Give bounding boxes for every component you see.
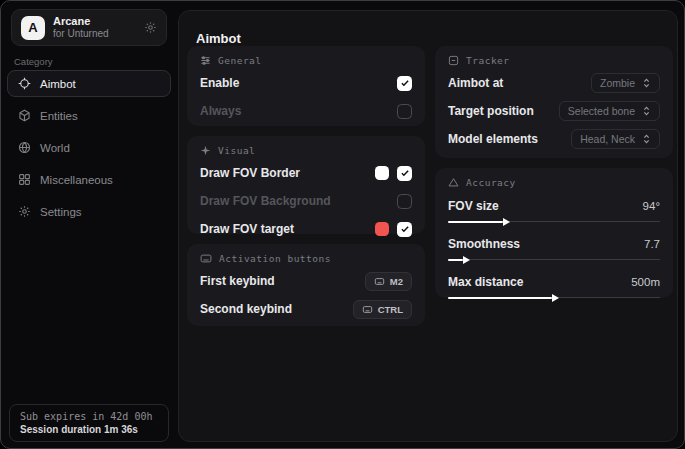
setting-label: Enable (200, 76, 239, 90)
app-name: Arcane (53, 15, 136, 28)
gear-icon (18, 205, 31, 218)
setting-row: Aimbot at Zombie (448, 72, 660, 94)
sidebar-item-settings[interactable]: Settings (7, 198, 171, 225)
keybind-value: CTRL (378, 304, 403, 315)
slider-thumb[interactable] (448, 259, 463, 262)
entities-icon (18, 109, 31, 122)
crosshair-icon (18, 77, 31, 90)
keyboard-icon (362, 305, 373, 314)
fov-size-slider[interactable] (448, 217, 660, 226)
setting-row: Always (200, 100, 412, 122)
setting-row: Enable (200, 72, 412, 94)
app-subtitle: for Unturned (53, 28, 136, 40)
setting-label: Draw FOV target (200, 222, 294, 236)
triangle-icon (448, 177, 459, 188)
max-distance-slider[interactable] (448, 293, 660, 302)
max-distance-value: 500m (631, 276, 660, 288)
model-elements-dropdown[interactable]: Head, Neck (571, 129, 660, 149)
keyboard-icon (374, 277, 385, 286)
sidebar-item-label: Miscellaneous (40, 174, 113, 186)
app-window: A Arcane for Unturned Category A (0, 0, 685, 449)
setting-row: Target position Selected bone (448, 100, 660, 122)
slider-row: Smoothness 7.7 (448, 235, 660, 264)
slider-row: FOV size 94° (448, 197, 660, 226)
setting-row: Second keybind CTRL (200, 298, 412, 320)
setting-label: Smoothness (448, 237, 520, 251)
settings-gear-icon[interactable] (144, 21, 157, 34)
accuracy-card: Accuracy FOV size 94° Smoothness 7.7 (435, 168, 673, 298)
sidebar: A Arcane for Unturned Category A (1, 1, 177, 448)
subscription-info-card: Sub expires in 42d 00h Session duration … (9, 404, 169, 442)
setting-label: FOV size (448, 199, 499, 213)
smoothness-slider[interactable] (448, 255, 660, 264)
session-duration-text: Session duration 1m 36s (20, 424, 158, 435)
fov-border-checkbox[interactable] (397, 166, 412, 181)
keybind-value: M2 (390, 276, 403, 287)
fov-border-color-swatch[interactable] (375, 166, 389, 180)
chevron-up-down-icon (642, 134, 651, 144)
chevron-up-down-icon (642, 78, 651, 88)
app-logo: A (21, 16, 45, 40)
sidebar-nav: Aimbot Entities World (7, 70, 171, 225)
setting-label: Max distance (448, 275, 523, 289)
setting-label: Always (200, 104, 241, 118)
setting-label: Second keybind (200, 302, 292, 316)
fov-target-checkbox[interactable] (397, 222, 412, 237)
fov-background-checkbox[interactable] (397, 194, 412, 209)
page-title: Aimbot (196, 31, 241, 46)
card-title: General (218, 55, 262, 66)
sidebar-item-entities[interactable]: Entities (7, 102, 171, 129)
app-logo-card: A Arcane for Unturned (11, 9, 167, 46)
chevron-up-down-icon (642, 106, 651, 116)
second-keybind-button[interactable]: CTRL (353, 300, 412, 319)
grid-icon (18, 173, 31, 186)
sidebar-item-label: Settings (40, 206, 82, 218)
sidebar-item-miscellaneous[interactable]: Miscellaneous (7, 166, 171, 193)
target-position-dropdown[interactable]: Selected bone (559, 101, 660, 121)
setting-label: Target position (448, 104, 534, 118)
sidebar-item-label: World (40, 142, 70, 154)
setting-label: Draw FOV Border (200, 166, 300, 180)
slider-thumb[interactable] (448, 297, 552, 300)
card-title: Accuracy (466, 177, 516, 188)
card-title: Visual (218, 145, 255, 156)
first-keybind-button[interactable]: M2 (365, 272, 412, 291)
sidebar-item-aimbot[interactable]: Aimbot (7, 70, 171, 97)
sub-expires-text: Sub expires in 42d 00h (20, 411, 158, 422)
always-checkbox[interactable] (397, 104, 412, 119)
app-title-block: Arcane for Unturned (53, 15, 136, 39)
setting-label: First keybind (200, 274, 275, 288)
sidebar-item-label: Entities (40, 110, 78, 122)
category-label: Category (14, 56, 53, 67)
setting-row: First keybind M2 (200, 270, 412, 292)
general-card: General Enable Always (187, 46, 425, 126)
setting-row: Model elements Head, Neck (448, 128, 660, 150)
main-panel: Aimbot General Enable Always (178, 10, 678, 442)
slider-track (448, 259, 660, 260)
setting-label: Draw FOV Background (200, 194, 331, 208)
enable-checkbox[interactable] (397, 76, 412, 91)
tracker-card: Tracker Aimbot at Zombie Target position… (435, 46, 673, 158)
setting-row: Draw FOV target (200, 218, 412, 240)
setting-label: Model elements (448, 132, 538, 146)
fov-size-value: 94° (643, 200, 660, 212)
setting-label: Aimbot at (448, 76, 503, 90)
setting-row: Draw FOV Border (200, 162, 412, 184)
aimbot-at-dropdown[interactable]: Zombie (591, 73, 660, 93)
slider-thumb[interactable] (448, 221, 503, 224)
activation-card: Activation buttons First keybind M2 Seco… (187, 244, 425, 326)
card-title: Tracker (466, 55, 510, 66)
fov-target-color-swatch[interactable] (375, 222, 389, 236)
dropdown-value: Selected bone (568, 105, 635, 117)
setting-row: Draw FOV Background (200, 190, 412, 212)
dropdown-value: Head, Neck (580, 133, 635, 145)
keyboard-icon (200, 253, 212, 264)
slider-row: Max distance 500m (448, 273, 660, 302)
sidebar-item-world[interactable]: World (7, 134, 171, 161)
card-title: Activation buttons (219, 253, 331, 264)
globe-icon (18, 141, 31, 154)
visual-card: Visual Draw FOV Border Draw FOV Backgrou… (187, 136, 425, 234)
sidebar-item-label: Aimbot (40, 78, 76, 90)
dropdown-value: Zombie (600, 77, 635, 89)
scan-icon (448, 55, 459, 66)
